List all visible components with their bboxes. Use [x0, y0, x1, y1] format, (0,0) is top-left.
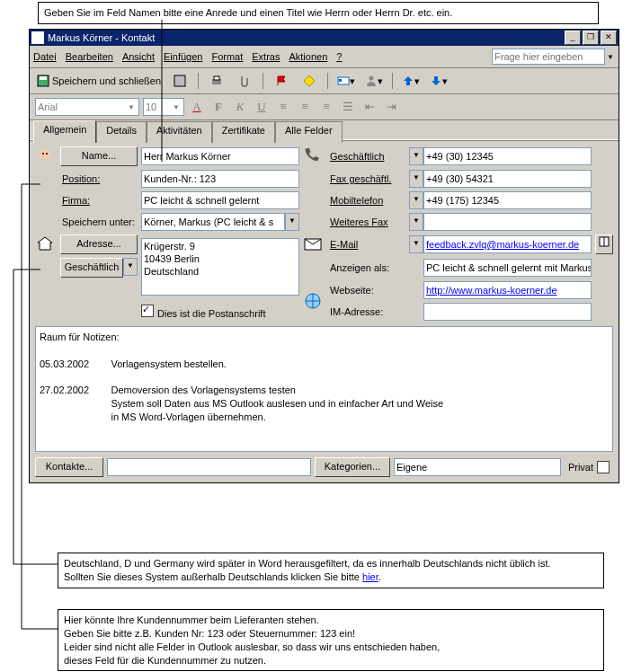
italic-button[interactable]: K: [231, 99, 249, 115]
fileas-label: Speichern unter:: [60, 213, 138, 231]
disk-small-icon: [174, 75, 186, 87]
menu-einfuegen[interactable]: Einfügen: [164, 51, 202, 62]
webpage-input[interactable]: http://www.markus-koerner.de: [423, 281, 592, 299]
window-title: Markus Körner - Kontakt: [48, 30, 155, 46]
business-phone-input[interactable]: +49 (30) 12345: [423, 147, 592, 165]
tab-allgemein[interactable]: Allgemein: [33, 120, 96, 143]
business-phone-label: Geschäftlich: [328, 147, 405, 165]
address-type-dropdown[interactable]: ▼: [123, 258, 138, 276]
align-left-button[interactable]: ≡: [274, 99, 292, 115]
list-button[interactable]: ☰: [339, 99, 357, 115]
otherfax-dropdown[interactable]: ▼: [409, 213, 423, 231]
bottom-bar: Kontakte... Kategorien... Eigene Privat: [35, 457, 613, 477]
address-type-button[interactable]: Geschäftlich: [60, 258, 123, 278]
otherfax-input[interactable]: [423, 213, 592, 231]
ask-question-input[interactable]: [492, 49, 605, 65]
svg-point-8: [40, 150, 49, 159]
close-button[interactable]: ✕: [601, 31, 617, 45]
minimize-button[interactable]: _: [565, 31, 581, 45]
maximize-button[interactable]: ❐: [583, 31, 599, 45]
position-input[interactable]: Kunden-Nr.: 123: [141, 170, 299, 188]
tab-aktivitaeten[interactable]: Aktivitäten: [147, 121, 212, 143]
arrow-button[interactable]: ▾: [398, 71, 423, 91]
email-input[interactable]: feedback.zvlq@markus-koerner.de: [423, 235, 592, 253]
name-input[interactable]: Herr Markus Körner: [141, 147, 299, 165]
fax-dropdown[interactable]: ▼: [409, 170, 423, 188]
svg-rect-2: [174, 75, 185, 86]
bold-button[interactable]: F: [209, 99, 227, 115]
importance-button[interactable]: [297, 71, 322, 91]
house-icon: [35, 234, 55, 254]
address-textarea[interactable]: Krügerstr. 9 10439 Berlin Deutschland: [141, 238, 299, 296]
im-input[interactable]: [423, 303, 592, 321]
person-icon: [365, 75, 378, 87]
contacts-button[interactable]: Kontakte...: [35, 457, 103, 477]
notes-textarea[interactable]: Raum für Notizen: 05.03.2002 Vorlagensys…: [35, 326, 613, 452]
menu-bearbeiten[interactable]: Bearbeiten: [66, 51, 113, 62]
indent-button[interactable]: ⇥: [382, 99, 400, 115]
hier-link[interactable]: hier: [362, 571, 378, 582]
svg-point-10: [46, 153, 48, 155]
font-name-combo[interactable]: Arial▼: [35, 98, 139, 116]
menu-aktionen[interactable]: Aktionen: [289, 51, 327, 62]
otherfax-label: Weiteres Fax: [328, 213, 405, 231]
tab-details[interactable]: Details: [96, 121, 147, 143]
contact-window: Markus Körner - Kontakt _ ❐ ✕ Datei Bear…: [29, 29, 619, 483]
displayas-input[interactable]: PC leicht & schnell gelernt mit Markus K…: [423, 259, 592, 277]
private-checkbox[interactable]: [597, 461, 610, 473]
fileas-input[interactable]: Körner, Markus (PC leicht & s: [141, 213, 285, 231]
business-phone-dropdown[interactable]: ▼: [409, 147, 423, 165]
book-icon: [598, 235, 610, 248]
menu-extras[interactable]: Extras: [252, 51, 280, 62]
fax-input[interactable]: +49 (30) 54321: [423, 170, 592, 188]
assign-button[interactable]: ▾: [361, 71, 387, 91]
paperclip-icon: [238, 75, 251, 87]
annotation-bottom: Hier könnte Ihre Kundennummer beim Liefe…: [58, 609, 604, 671]
displayas-label: Anzeigen als:: [328, 259, 405, 277]
categories-button[interactable]: Kategorien...: [315, 457, 390, 477]
email-dropdown[interactable]: ▼: [409, 235, 423, 253]
mobile-dropdown[interactable]: ▼: [409, 191, 423, 209]
svg-point-9: [42, 153, 44, 155]
underline-button[interactable]: U: [253, 99, 271, 115]
font-color-button[interactable]: A: [188, 99, 206, 115]
webpage-label: Webseite:: [328, 281, 405, 299]
firma-input[interactable]: PC leicht & schnell gelernt: [141, 191, 299, 209]
menu-datei[interactable]: Datei: [33, 51, 57, 62]
font-name-value: Arial: [38, 102, 58, 112]
svg-rect-6: [339, 79, 342, 82]
name-button[interactable]: Name...: [60, 146, 138, 166]
align-right-button[interactable]: ≡: [317, 99, 335, 115]
card-icon: [337, 75, 350, 87]
envelope-icon: [303, 234, 323, 254]
mobile-input[interactable]: +49 (175) 12345: [423, 191, 592, 209]
flag-button[interactable]: [269, 71, 294, 91]
svg-rect-1: [40, 76, 47, 80]
ask-dropdown[interactable]: ▼: [606, 53, 615, 61]
tab-alle-felder[interactable]: Alle Felder: [275, 121, 343, 143]
menu-ansicht[interactable]: Ansicht: [122, 51, 155, 62]
font-size-combo[interactable]: 10▼: [143, 98, 184, 116]
card-button[interactable]: ▾: [334, 71, 359, 91]
save-close-button[interactable]: Speichern und schließen: [33, 71, 165, 91]
person-head-icon: [35, 146, 55, 166]
address-button[interactable]: Adresse...: [60, 234, 138, 254]
save-button[interactable]: [167, 71, 192, 91]
menu-help[interactable]: ?: [336, 51, 342, 62]
addressbook-button[interactable]: [595, 234, 613, 254]
align-center-button[interactable]: ≡: [296, 99, 314, 115]
outdent-button[interactable]: ⇤: [361, 99, 378, 115]
arrow2-button[interactable]: ▾: [426, 71, 451, 91]
print-button[interactable]: [204, 71, 229, 91]
contacts-input[interactable]: [107, 458, 311, 476]
titlebar[interactable]: Markus Körner - Kontakt _ ❐ ✕: [30, 30, 619, 46]
fileas-dropdown[interactable]: ▼: [285, 213, 299, 231]
categories-input[interactable]: Eigene: [394, 458, 561, 476]
tab-zertifikate[interactable]: Zertifikate: [212, 121, 275, 143]
menu-format[interactable]: Format: [211, 51, 243, 62]
printer-icon: [210, 75, 223, 87]
postal-checkbox[interactable]: [141, 305, 154, 317]
attach-button[interactable]: [232, 71, 257, 91]
annotation-top: Geben Sie im Feld Namen bitte eine Anred…: [38, 2, 599, 24]
app-icon: [31, 31, 44, 44]
